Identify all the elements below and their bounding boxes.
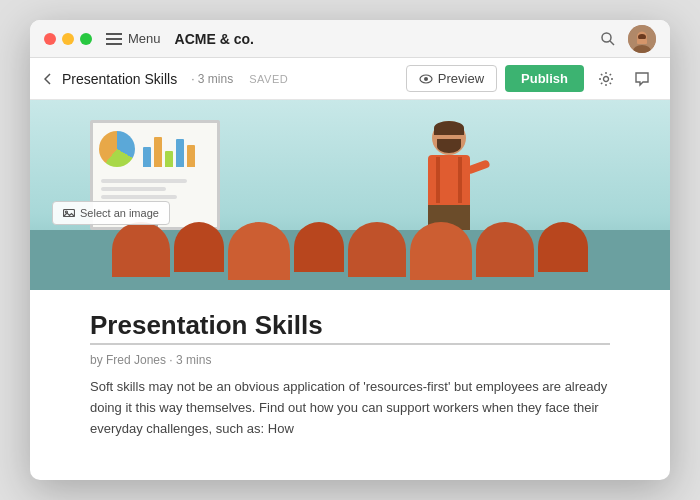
- close-button[interactable]: [44, 33, 56, 45]
- svg-rect-5: [637, 39, 647, 44]
- audience-head-3: [228, 222, 290, 280]
- audience: [30, 230, 670, 290]
- avatar[interactable]: [628, 25, 656, 53]
- audience-head-4: [294, 222, 344, 272]
- audience-head-1: [112, 222, 170, 277]
- wb-line-3: [101, 195, 177, 199]
- suspenders-left: [436, 157, 440, 203]
- breadcrumb-meta: · 3 mins: [191, 72, 233, 86]
- select-image-button[interactable]: Select an image: [52, 201, 170, 225]
- presenter-figure: [428, 121, 470, 235]
- bar-1: [143, 147, 151, 167]
- svg-line-1: [610, 41, 614, 45]
- eye-icon: [419, 74, 433, 84]
- svg-point-0: [602, 33, 611, 42]
- audience-head-8: [538, 222, 588, 272]
- search-icon[interactable]: [600, 31, 616, 47]
- suspenders-right: [458, 157, 462, 203]
- bar-4: [176, 139, 184, 167]
- hamburger-icon[interactable]: [106, 33, 122, 45]
- app-window: Menu ACME & co. Pres: [30, 20, 670, 480]
- presenter-arm: [465, 159, 490, 175]
- select-image-label: Select an image: [80, 207, 159, 219]
- audience-head-2: [174, 222, 224, 272]
- wb-line-2: [101, 187, 166, 191]
- presenter-beard: [437, 139, 461, 153]
- minimize-button[interactable]: [62, 33, 74, 45]
- preview-label: Preview: [438, 71, 484, 86]
- comment-icon[interactable]: [628, 65, 656, 93]
- audience-head-6: [410, 222, 472, 280]
- audience-head-5: [348, 222, 406, 277]
- settings-icon[interactable]: [592, 65, 620, 93]
- maximize-button[interactable]: [80, 33, 92, 45]
- publish-button[interactable]: Publish: [505, 65, 584, 92]
- audience-head-7: [476, 222, 534, 277]
- toolbar: Presentation Skills · 3 mins SAVED Previ…: [30, 58, 670, 100]
- app-name: ACME & co.: [175, 31, 254, 47]
- saved-label: SAVED: [249, 73, 288, 85]
- breadcrumb-title: Presentation Skills: [62, 71, 177, 87]
- preview-button[interactable]: Preview: [406, 65, 497, 92]
- bar-2: [154, 137, 162, 167]
- back-button[interactable]: [44, 73, 52, 85]
- toolbar-actions: Preview Publish: [406, 65, 656, 93]
- window-controls: [44, 33, 92, 45]
- svg-point-9: [604, 76, 609, 81]
- presenter-head: [432, 121, 466, 155]
- article-body: Soft skills may not be an obvious applic…: [90, 377, 610, 439]
- svg-point-8: [424, 77, 428, 81]
- presenter-hair: [434, 121, 464, 135]
- titlebar: Menu ACME & co.: [30, 20, 670, 58]
- bar-5: [187, 145, 195, 167]
- article-meta: by Fred Jones · 3 mins: [90, 353, 610, 367]
- bar-chart: [143, 131, 211, 167]
- pie-chart: [99, 131, 135, 167]
- menu-label: Menu: [128, 31, 161, 46]
- article-content: by Fred Jones · 3 mins Soft skills may n…: [30, 290, 670, 480]
- hero-image: Select an image: [30, 100, 670, 290]
- titlebar-right: [600, 25, 656, 53]
- wb-line-1: [101, 179, 187, 183]
- presenter-body: [428, 155, 470, 205]
- bar-3: [165, 151, 173, 167]
- article-title-input[interactable]: [90, 310, 610, 345]
- image-icon: [63, 208, 75, 218]
